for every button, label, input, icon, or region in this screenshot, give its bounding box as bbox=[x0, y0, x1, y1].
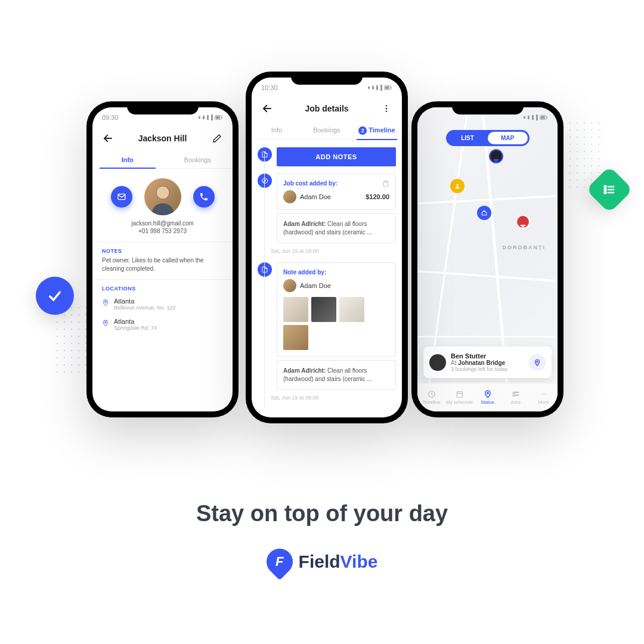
avatar-icon bbox=[283, 190, 296, 203]
svg-rect-33 bbox=[515, 392, 518, 393]
nav-more[interactable]: More bbox=[530, 383, 558, 411]
nav-status[interactable]: Status bbox=[473, 383, 501, 411]
note-icon bbox=[258, 262, 272, 277]
map-pin[interactable] bbox=[516, 215, 530, 229]
tab-info[interactable]: Info bbox=[92, 151, 163, 168]
note-card[interactable]: Note added by: Adam Doe bbox=[277, 262, 396, 357]
card-name: Ben Stutter bbox=[451, 352, 524, 360]
svg-point-4 bbox=[605, 192, 606, 194]
photo-thumb[interactable] bbox=[283, 297, 308, 322]
photo-grid bbox=[283, 297, 389, 350]
status-icons bbox=[523, 114, 548, 120]
cost-icon bbox=[258, 174, 272, 188]
avatar-icon bbox=[429, 354, 446, 371]
view-toggle: LIST MAP bbox=[446, 130, 530, 146]
area-label: DOROBANȚI bbox=[503, 244, 546, 250]
back-button[interactable] bbox=[101, 131, 115, 145]
svg-point-23 bbox=[456, 184, 458, 186]
avatar-icon bbox=[283, 279, 296, 292]
location-city: Atlanta bbox=[114, 318, 157, 325]
task-card[interactable]: Adam Adlricht: Clean all floors (hardwoo… bbox=[277, 360, 396, 390]
svg-rect-35 bbox=[515, 395, 518, 395]
edit-button[interactable] bbox=[210, 131, 224, 145]
location-city: Atlanta bbox=[114, 298, 175, 305]
status-card[interactable]: Ben Stutter At Johnatan Bridge 3 booking… bbox=[423, 346, 552, 378]
toggle-map[interactable]: MAP bbox=[488, 132, 528, 144]
cost-amount: $120.00 bbox=[366, 193, 389, 200]
check-badge bbox=[36, 277, 74, 315]
svg-rect-26 bbox=[547, 116, 547, 118]
contact-email: jackson.hill@gmail.com bbox=[92, 220, 233, 227]
task-card[interactable]: Adam Adlricht: Clean all floors (hardwoo… bbox=[277, 213, 396, 243]
svg-point-14 bbox=[105, 321, 107, 323]
header-title: Job details bbox=[305, 104, 348, 113]
timeline-count: 2 bbox=[358, 126, 367, 135]
phone-left: 09:30 Jackson Hill Info Bookings jackson… bbox=[86, 101, 239, 417]
bottom-nav: Timeline My schedule Status Jobs More bbox=[417, 383, 558, 411]
svg-rect-32 bbox=[513, 392, 514, 394]
more-button[interactable] bbox=[379, 101, 394, 116]
headline: Stay on top of your day bbox=[0, 501, 644, 527]
phone-stage: 09:30 Jackson Hill Info Bookings jackson… bbox=[0, 0, 644, 465]
tab-info[interactable]: Info bbox=[252, 122, 302, 140]
locations-label: LOCATIONS bbox=[102, 286, 223, 292]
map-pin-user[interactable] bbox=[489, 149, 503, 163]
svg-rect-8 bbox=[222, 116, 222, 118]
svg-point-38 bbox=[545, 394, 546, 395]
tab-timeline[interactable]: 2Timeline bbox=[352, 122, 402, 140]
pin-icon bbox=[102, 319, 109, 327]
svg-point-0 bbox=[605, 186, 606, 188]
tabs: Info Bookings bbox=[92, 151, 233, 169]
nav-schedule[interactable]: My schedule bbox=[445, 383, 473, 411]
call-button[interactable] bbox=[193, 186, 215, 208]
card-location: Johnatan Bridge bbox=[458, 360, 505, 366]
locations-section: LOCATIONS AtlantaBellevue Avenue, No. 12… bbox=[92, 280, 233, 340]
notch bbox=[452, 101, 524, 114]
svg-rect-25 bbox=[541, 116, 545, 119]
add-notes-button[interactable]: ADD NOTES bbox=[277, 147, 396, 166]
svg-point-36 bbox=[541, 394, 542, 395]
note-icon bbox=[258, 147, 272, 162]
location-line: Springdale Rd, 74 bbox=[114, 325, 157, 331]
svg-rect-17 bbox=[391, 86, 392, 88]
phone-center: 10:30 Job details Info Bookings 2Timelin… bbox=[246, 72, 408, 423]
photo-thumb[interactable] bbox=[283, 325, 308, 350]
locate-button[interactable] bbox=[529, 354, 546, 371]
notes-label: NOTES bbox=[102, 248, 223, 254]
timestamp: Sat, Jun 19 at 18:00 bbox=[271, 248, 402, 254]
svg-point-20 bbox=[386, 108, 387, 109]
logo-mark: F bbox=[261, 543, 298, 580]
svg-point-13 bbox=[105, 301, 107, 303]
task-prefix: Adam Adlricht: bbox=[283, 221, 326, 227]
photo-thumb[interactable] bbox=[311, 297, 336, 322]
task-prefix: Adam Adlricht: bbox=[283, 367, 326, 374]
svg-point-21 bbox=[386, 110, 387, 112]
delete-icon[interactable] bbox=[382, 180, 389, 187]
card-sub: 3 bookings left for today bbox=[451, 366, 524, 372]
contact-phone: +01 998 753 2973 bbox=[92, 228, 233, 234]
toggle-list[interactable]: LIST bbox=[448, 132, 488, 144]
map-pin[interactable] bbox=[450, 179, 465, 193]
map-pin[interactable] bbox=[477, 206, 491, 220]
cost-card[interactable]: Job cost added by: Adam Doe $120.00 bbox=[277, 174, 396, 210]
svg-point-37 bbox=[543, 394, 544, 395]
nav-jobs[interactable]: Jobs bbox=[501, 383, 530, 411]
cost-title: Job cost added by: bbox=[283, 180, 338, 187]
location-item[interactable]: AtlantaSpringdale Rd, 74 bbox=[102, 314, 223, 335]
status-icons bbox=[367, 85, 392, 91]
tab-bookings[interactable]: Bookings bbox=[163, 151, 233, 168]
brand-name-2: Vibe bbox=[340, 552, 378, 571]
notch bbox=[291, 72, 363, 85]
location-item[interactable]: AtlantaBellevue Avenue, No. 122 bbox=[102, 294, 223, 314]
svg-rect-29 bbox=[457, 392, 462, 397]
svg-rect-34 bbox=[513, 395, 514, 396]
back-button[interactable] bbox=[260, 101, 274, 116]
email-button[interactable] bbox=[111, 186, 132, 208]
photo-thumb[interactable] bbox=[339, 297, 364, 322]
svg-point-2 bbox=[605, 189, 606, 191]
tabs: Info Bookings 2Timeline bbox=[252, 122, 402, 140]
nav-timeline[interactable]: Timeline bbox=[417, 383, 445, 411]
avatar bbox=[144, 178, 181, 215]
tab-bookings[interactable]: Bookings bbox=[302, 122, 352, 140]
header: Job details bbox=[252, 98, 402, 122]
